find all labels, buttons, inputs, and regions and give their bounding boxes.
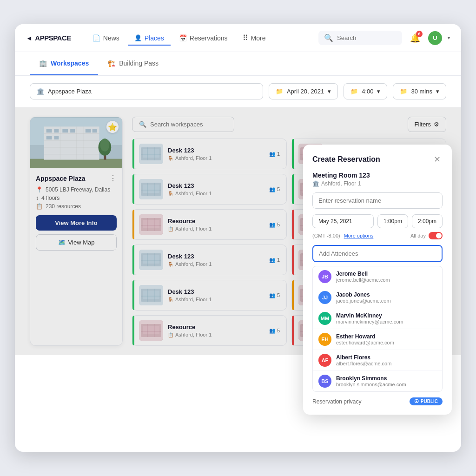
attendee-name: Brooklyn Simmons	[336, 375, 436, 382]
time-filter[interactable]: 📁 4:00 ▾	[344, 83, 387, 99]
attendee-email: ester.howard@acme.com	[336, 340, 436, 345]
chevron-down-icon: ▾	[436, 88, 439, 95]
nav-right: 🔍 🔔 6 U ▾	[318, 31, 450, 46]
modal-timezone-row: (GMT -8:00) More options All day	[312, 232, 443, 239]
privacy-badge[interactable]: ⦿ PUBLIC	[410, 397, 443, 405]
global-search[interactable]: 🔍	[318, 31, 402, 45]
attendee-info: Esther Howard ester.howard@acme.com	[336, 333, 436, 345]
reservation-name-input[interactable]	[312, 192, 443, 209]
nav-item-reservations[interactable]: 📅 Reservations	[172, 31, 234, 46]
nav-items: 📄 News 👤 Places 📅 Reservations ⠿ More	[86, 30, 315, 46]
calendar-icon: 📁	[276, 88, 283, 95]
sub-tabs: 🏢 Workspaces 🏗️ Building Pass	[15, 52, 461, 76]
avatar[interactable]: U	[428, 31, 442, 45]
attendee-email: brooklyn.simmons@acme.com	[336, 382, 436, 387]
attendee-email: jacob.jones@acme.com	[336, 298, 436, 304]
modal-title: Create Reservation	[312, 155, 380, 164]
date-picker[interactable]: May 25, 2021	[312, 214, 374, 228]
main-content: ⭐ Appspace Plaza ⋮ 📍 5005 LBJ Freeway, D…	[15, 107, 461, 355]
date-filter[interactable]: 📁 April 20, 2021 ▾	[269, 83, 338, 99]
attendee-email: albert.flores@acme.com	[336, 361, 436, 366]
all-day-thumb	[436, 233, 442, 238]
attendee-info: Albert Flores albert.flores@acme.com	[336, 354, 436, 366]
room-icon: 🏛️	[312, 180, 319, 187]
building-icon: 🏛️	[37, 88, 44, 95]
modal-overlay: Create Reservation ✕ Meeting Room 123 🏛️…	[15, 107, 461, 355]
logo-text: APPSPACE	[35, 34, 71, 42]
nav-item-places[interactable]: 👤 Places	[128, 31, 171, 46]
all-day-track[interactable]	[429, 232, 443, 239]
nav-item-news[interactable]: 📄 News	[86, 31, 126, 46]
logo-symbol: ◄	[26, 34, 32, 42]
attendee-avatar: JB	[318, 270, 331, 283]
attendee-avatar: MM	[318, 312, 331, 325]
attendee-name: Esther Howard	[336, 333, 436, 340]
timezone-label: (GMT -8:00)	[312, 233, 340, 238]
attendee-item[interactable]: AF Albert Flores albert.flores@acme.com	[313, 350, 442, 371]
attendee-list: JB Jerome Bell jerome.bell@acme.com JJ J…	[312, 266, 443, 392]
attendee-name: Albert Flores	[336, 354, 436, 361]
attendee-item[interactable]: JJ Jacob Jones jacob.jones@acme.com	[313, 287, 442, 308]
filter-bar: 🏛️ Appspace Plaza 📁 April 20, 2021 ▾ 📁 4…	[15, 76, 461, 107]
attendee-avatar: AF	[318, 354, 331, 367]
all-day-toggle[interactable]: All day	[410, 232, 443, 239]
attendee-info: Jerome Bell jerome.bell@acme.com	[336, 271, 436, 283]
attendee-avatar: EH	[318, 333, 331, 346]
workspaces-icon: 🏢	[39, 60, 47, 67]
chevron-down-icon: ▾	[448, 35, 450, 40]
attendee-item[interactable]: JB Jerome Bell jerome.bell@acme.com	[313, 266, 442, 287]
search-icon: 🔍	[324, 33, 333, 42]
chevron-down-icon: ▾	[328, 88, 331, 95]
attendee-info: Brooklyn Simmons brooklyn.simmons@acme.c…	[336, 375, 436, 387]
time-icon: 📁	[350, 88, 358, 95]
news-icon: 📄	[93, 34, 100, 42]
places-icon: 👤	[134, 34, 142, 41]
app-logo: ◄ APPSPACE	[26, 34, 71, 42]
reservations-icon: 📅	[179, 34, 187, 42]
attendee-item[interactable]: BS Brooklyn Simmons brooklyn.simmons@acm…	[313, 371, 442, 391]
attendee-avatar: JJ	[318, 291, 331, 304]
app-container: ◄ APPSPACE 📄 News 👤 Places 📅 Reservation…	[15, 24, 461, 452]
more-options-link[interactable]: More options	[344, 233, 374, 238]
location-filter[interactable]: 🏛️ Appspace Plaza	[30, 83, 263, 99]
top-nav: ◄ APPSPACE 📄 News 👤 Places 📅 Reservation…	[15, 24, 461, 52]
tab-building-pass[interactable]: 🏗️ Building Pass	[98, 52, 168, 75]
attendee-avatar: BS	[318, 375, 331, 388]
time-end-picker[interactable]: 2:00pm	[412, 214, 443, 228]
more-icon: ⠿	[243, 33, 248, 42]
attendee-info: Jacob Jones jacob.jones@acme.com	[336, 291, 436, 304]
modal-room-subtitle: 🏛️ Ashford, Floor 1	[312, 180, 443, 187]
attendee-email: marvin.mckinney@acme.com	[336, 319, 436, 324]
modal-close-button[interactable]: ✕	[431, 154, 443, 165]
privacy-row: Reservation privacy ⦿ PUBLIC	[312, 397, 443, 405]
attendee-item[interactable]: MM Marvin McKinney marvin.mckinney@acme.…	[313, 308, 442, 329]
notification-badge: 6	[416, 31, 423, 37]
notification-button[interactable]: 🔔 6	[408, 31, 423, 46]
modal-date-row: May 25, 2021 1:00pm 2:00pm	[312, 214, 443, 228]
modal-room-name: Meeting Room 123	[312, 172, 443, 179]
attendee-item[interactable]: EH Esther Howard ester.howard@acme.com	[313, 329, 442, 350]
create-reservation-modal: Create Reservation ✕ Meeting Room 123 🏛️…	[303, 145, 452, 415]
time-start-picker[interactable]: 1:00pm	[377, 214, 408, 228]
chevron-down-icon: ▾	[377, 88, 380, 95]
attendee-email: jerome.bell@acme.com	[336, 277, 436, 283]
modal-header: Create Reservation ✕	[312, 154, 443, 165]
duration-filter[interactable]: 📁 30 mins ▾	[393, 83, 446, 99]
privacy-toggle-icon: ⦿	[414, 399, 419, 404]
duration-icon: 📁	[400, 88, 407, 95]
attendee-name: Jacob Jones	[336, 291, 436, 298]
search-input[interactable]	[337, 34, 397, 41]
nav-item-more[interactable]: ⠿ More	[236, 30, 272, 46]
privacy-label: Reservation privacy	[312, 398, 361, 405]
attendee-name: Jerome Bell	[336, 271, 436, 277]
tab-workspaces[interactable]: 🏢 Workspaces	[30, 52, 98, 75]
add-attendees-input[interactable]	[312, 245, 443, 262]
attendee-name: Marvin McKinney	[336, 312, 436, 319]
attendee-info: Marvin McKinney marvin.mckinney@acme.com	[336, 312, 436, 324]
building-pass-icon: 🏗️	[107, 60, 115, 67]
